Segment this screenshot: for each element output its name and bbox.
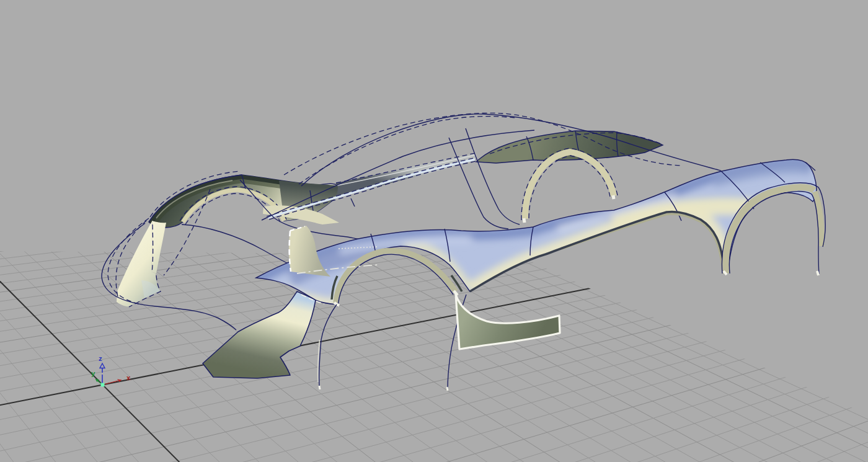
svg-text:z: z xyxy=(99,355,102,362)
svg-text:x: x xyxy=(126,374,131,381)
svg-text:y: y xyxy=(91,370,95,377)
